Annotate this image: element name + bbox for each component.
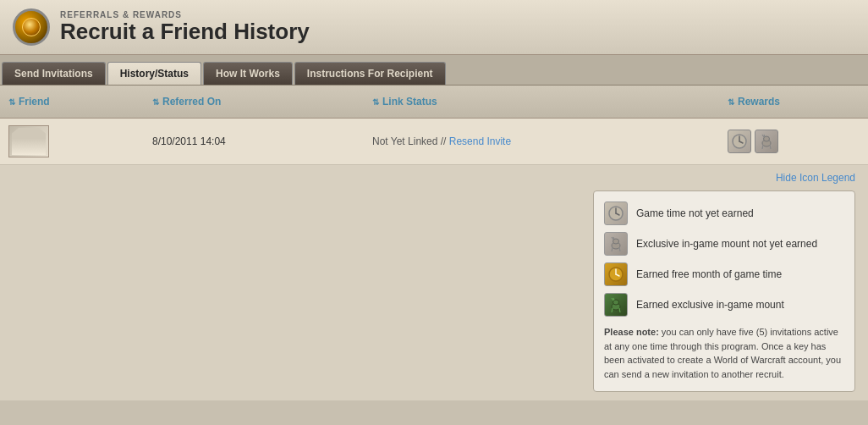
legend-label-clock-earned: Earned free month of game time	[636, 268, 782, 280]
legend-item-horse-earned: Earned exclusive in-game mount	[604, 293, 844, 317]
svg-line-26	[619, 308, 620, 312]
sort-icon-link-status: ⇅	[372, 97, 379, 107]
tab-how-it-works[interactable]: How It Works	[203, 62, 293, 85]
legend-icon-clock-grey	[604, 201, 628, 225]
legend-item-horse-grey: Exclusive in-game mount not yet earned	[604, 232, 844, 256]
page-title: Recruit a Friend History	[60, 19, 310, 44]
legend-clock-earned-svg	[607, 266, 624, 283]
svg-line-17	[619, 247, 620, 251]
svg-line-8	[770, 145, 771, 149]
cell-referred-on: 8/10/2011 14:04	[144, 129, 364, 154]
legend-horse-earned-svg	[607, 296, 624, 313]
legend-item-clock-earned: Earned free month of game time	[604, 262, 844, 286]
tab-instructions-for-recipient[interactable]: Instructions For Recipient	[294, 62, 446, 85]
cell-link-status: Not Yet Linked // Resend Invite	[364, 129, 719, 154]
page-header: REFERRALS & REWARDS Recruit a Friend His…	[0, 0, 868, 55]
legend-area: Game time not yet earned Exclusive in-ga…	[0, 190, 868, 400]
main-content: ⇅ Friend ⇅ Referred On ⇅ Link Status ⇅ R…	[0, 86, 868, 400]
reward-icon-clock-grey	[728, 130, 751, 153]
legend-note-bold: Please note:	[604, 327, 659, 337]
col-header-referred-on: ⇅ Referred On	[144, 92, 364, 111]
horse-grey-svg	[758, 133, 775, 150]
col-header-friend: ⇅ Friend	[0, 92, 144, 111]
avatar-silhouette	[12, 128, 46, 155]
table-header: ⇅ Friend ⇅ Referred On ⇅ Link Status ⇅ R…	[0, 86, 868, 119]
svg-point-22	[613, 300, 619, 305]
legend-icon-horse-grey	[604, 232, 628, 256]
legend-label-horse-earned: Earned exclusive in-game mount	[636, 299, 784, 311]
tab-history-status[interactable]: History/Status	[107, 62, 201, 85]
nav-tabs: Send Invitations History/Status How It W…	[0, 55, 868, 86]
reward-icon-horse-grey	[755, 130, 778, 153]
legend-label-clock-grey: Game time not yet earned	[636, 207, 754, 219]
sort-icon-rewards: ⇅	[728, 97, 734, 107]
sort-icon-friend: ⇅	[8, 97, 15, 107]
wow-logo	[13, 8, 50, 46]
legend-horse-grey-svg	[607, 235, 624, 252]
legend-panel: Game time not yet earned Exclusive in-ga…	[593, 190, 855, 392]
svg-line-6	[764, 135, 765, 137]
svg-line-24	[613, 298, 614, 301]
legend-icon-horse-earned	[604, 293, 628, 317]
legend-label-horse-grey: Exclusive in-game mount not yet earned	[636, 238, 817, 250]
svg-line-15	[613, 237, 614, 240]
col-header-rewards: ⇅ Rewards	[719, 92, 868, 111]
svg-line-16	[612, 247, 613, 251]
sort-icon-referred-on: ⇅	[152, 97, 159, 107]
rewards-icons	[728, 130, 860, 153]
table-row: 8/10/2011 14:04 Not Yet Linked // Resend…	[0, 119, 868, 165]
legend-note: Please note: you can only have five (5) …	[604, 325, 844, 381]
tab-send-invitations[interactable]: Send Invitations	[2, 62, 106, 85]
legend-clock-grey-svg	[607, 205, 624, 222]
header-text: REFERRALS & REWARDS Recruit a Friend His…	[60, 10, 310, 44]
svg-point-4	[764, 136, 770, 141]
referral-table: ⇅ Friend ⇅ Referred On ⇅ Link Status ⇅ R…	[0, 86, 868, 165]
cell-friend	[0, 119, 144, 164]
legend-item-clock-grey: Game time not yet earned	[604, 201, 844, 225]
legend-icon-clock-earned	[604, 262, 628, 286]
resend-invite-link[interactable]: Resend Invite	[449, 135, 511, 147]
svg-line-7	[762, 145, 763, 149]
cell-rewards	[719, 123, 868, 160]
svg-line-25	[612, 308, 613, 312]
logo-inner	[22, 18, 41, 36]
clock-grey-svg	[731, 133, 748, 150]
legend-toggle[interactable]: Hide Icon Legend	[0, 165, 868, 190]
svg-point-13	[613, 239, 619, 244]
avatar	[8, 125, 49, 157]
col-header-link-status: ⇅ Link Status	[364, 92, 719, 111]
